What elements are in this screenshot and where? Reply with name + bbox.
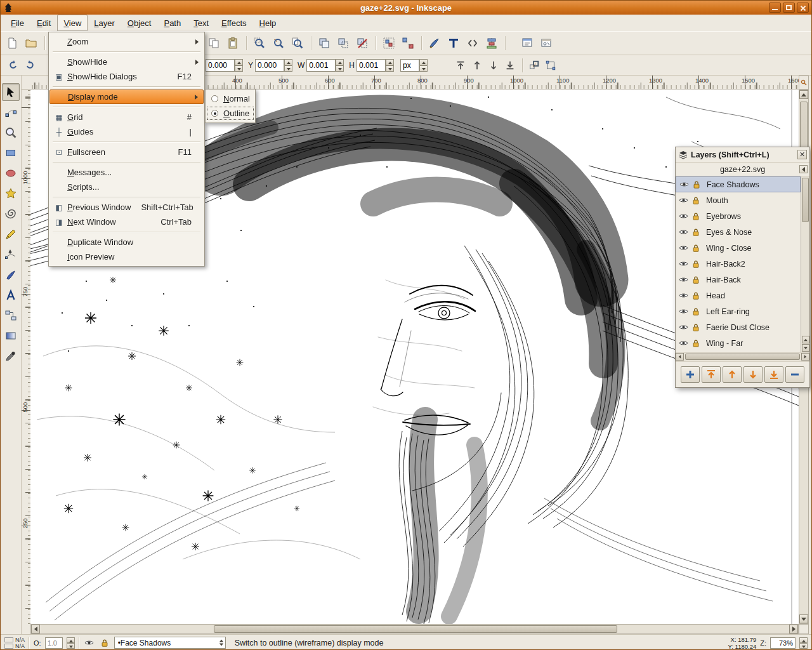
layers-dialog-header[interactable]: Layers (Shift+Ctrl+L) bbox=[676, 147, 809, 162]
align-distribute-button[interactable] bbox=[483, 34, 501, 52]
layer-visibility-toggle[interactable] bbox=[677, 306, 690, 317]
open-document-button[interactable] bbox=[22, 34, 40, 52]
fill-stroke-indicator[interactable]: N/A N/A bbox=[4, 637, 25, 649]
menu-item[interactable]: ▣ Show/Hide Dialogs F12 bbox=[49, 69, 204, 84]
clone-button[interactable] bbox=[334, 34, 352, 52]
layers-dialog-close-button[interactable] bbox=[797, 150, 807, 159]
star-tool[interactable] bbox=[2, 185, 20, 202]
layers-scrollbar-thumb[interactable] bbox=[802, 178, 809, 222]
menu-item[interactable]: ⊡ Fullscreen F11 bbox=[49, 145, 204, 159]
zoom-spinner[interactable] bbox=[799, 637, 808, 649]
menubar-item[interactable]: Object bbox=[121, 15, 158, 31]
menu-item[interactable] bbox=[49, 84, 204, 90]
zoom-selection-button[interactable] bbox=[251, 34, 268, 52]
menu-item[interactable]: Zoom bbox=[49, 34, 204, 49]
layer-row[interactable]: Wing - Close bbox=[676, 240, 801, 256]
preferences-button[interactable] bbox=[537, 34, 555, 52]
delete-layer-button[interactable] bbox=[785, 366, 804, 383]
rectangle-tool[interactable] bbox=[2, 144, 20, 162]
layer-row[interactable]: Head bbox=[676, 288, 801, 303]
horizontal-scrollbar[interactable] bbox=[30, 624, 799, 634]
layer-visibility-toggle[interactable] bbox=[678, 179, 690, 190]
group-button[interactable] bbox=[380, 34, 398, 52]
opacity-field[interactable] bbox=[45, 637, 63, 649]
layer-visibility-toggle[interactable] bbox=[677, 290, 690, 302]
menubar-item[interactable]: Path bbox=[157, 15, 187, 31]
spin-down-icon[interactable] bbox=[235, 65, 243, 72]
document-properties-button[interactable] bbox=[518, 34, 536, 52]
layer-lock-toggle[interactable] bbox=[690, 227, 702, 238]
rotate-cw-button[interactable] bbox=[22, 58, 37, 73]
menu-item[interactable]: ◨ Next Window Ctrl+Tab bbox=[49, 215, 204, 229]
menubar-item[interactable]: Help bbox=[253, 15, 283, 31]
layer-lock-toggle[interactable] bbox=[690, 322, 702, 333]
pen-tool[interactable] bbox=[2, 246, 20, 263]
menu-item[interactable]: Messages... bbox=[49, 165, 204, 180]
h-field-spinner[interactable] bbox=[386, 59, 394, 72]
ellipse-tool[interactable] bbox=[2, 164, 20, 182]
spin-down-icon[interactable] bbox=[336, 65, 344, 72]
menubar-item[interactable]: Effects bbox=[215, 15, 253, 31]
layer-lock-toggle[interactable] bbox=[690, 258, 702, 270]
layer-row[interactable]: Faerie Dust Close bbox=[676, 319, 801, 335]
unit-selector[interactable] bbox=[400, 59, 428, 72]
menu-item[interactable]: Scripts... bbox=[49, 180, 204, 194]
h-field[interactable] bbox=[357, 59, 386, 72]
layer-visibility-toggle[interactable] bbox=[677, 338, 690, 349]
layer-row[interactable]: Face Shadows bbox=[676, 176, 801, 192]
submenu-item[interactable]: Outline bbox=[206, 106, 254, 121]
layers-scroll-right-button[interactable] bbox=[801, 353, 809, 361]
horizontal-scrollbar-thumb[interactable] bbox=[214, 625, 617, 633]
spin-up-icon[interactable] bbox=[799, 637, 808, 643]
lower-to-bottom-button[interactable] bbox=[502, 58, 518, 73]
menu-item[interactable]: Show/Hide bbox=[49, 55, 204, 69]
node-editor-tool[interactable] bbox=[2, 103, 20, 121]
layer-lock-toggle[interactable] bbox=[690, 290, 702, 302]
menu-item[interactable]: ◧ Previous Window Shift+Ctrl+Tab bbox=[49, 200, 204, 215]
duplicate-button[interactable] bbox=[315, 34, 333, 52]
layers-horizontal-scrollbar[interactable] bbox=[676, 353, 809, 362]
layer-lock-button[interactable] bbox=[99, 637, 110, 649]
menubar-item[interactable]: Layer bbox=[88, 15, 121, 31]
layer-visibility-toggle[interactable] bbox=[677, 274, 690, 286]
menu-item[interactable]: Icon Preview bbox=[49, 249, 204, 264]
layer-row[interactable]: Left Ear-ring bbox=[676, 303, 801, 319]
spin-down-icon[interactable] bbox=[67, 643, 75, 649]
stroke-swatch[interactable] bbox=[4, 644, 13, 649]
menu-item[interactable] bbox=[49, 139, 204, 145]
pencil-tool[interactable] bbox=[2, 225, 20, 243]
spin-down-icon[interactable] bbox=[284, 65, 292, 72]
zoom-tool[interactable] bbox=[2, 124, 20, 142]
calligraphy-tool[interactable] bbox=[2, 266, 20, 284]
layer-visibility-toggle[interactable] bbox=[677, 211, 690, 222]
w-field-spinner[interactable] bbox=[336, 59, 344, 72]
menubar-item[interactable]: View bbox=[57, 15, 88, 31]
layer-row[interactable]: Hair-Back2 bbox=[676, 256, 801, 272]
minimize-button[interactable] bbox=[769, 3, 781, 13]
lower-layer-to-bottom-button[interactable] bbox=[764, 366, 783, 383]
zoom-field[interactable] bbox=[770, 637, 796, 649]
dropper-tool[interactable] bbox=[2, 347, 20, 365]
transform-corners-toggle[interactable] bbox=[543, 58, 558, 73]
layer-row[interactable]: Eyebrows bbox=[676, 208, 801, 224]
lower-button[interactable] bbox=[486, 58, 501, 73]
new-document-button[interactable] bbox=[3, 34, 21, 52]
scroll-down-button[interactable] bbox=[799, 614, 808, 623]
w-field[interactable] bbox=[306, 59, 336, 72]
rotate-ccw-button[interactable] bbox=[6, 58, 21, 73]
layer-visibility-button[interactable] bbox=[84, 637, 95, 649]
spin-up-icon[interactable] bbox=[235, 59, 243, 65]
copy-button[interactable] bbox=[205, 34, 223, 52]
layers-scroll-up-button[interactable] bbox=[802, 336, 809, 343]
layer-lock-toggle[interactable] bbox=[690, 179, 703, 190]
submenu-item[interactable]: Normal bbox=[206, 91, 254, 106]
paste-button[interactable] bbox=[224, 34, 242, 52]
layer-visibility-toggle[interactable] bbox=[677, 258, 690, 270]
layer-row[interactable]: Hair-Back bbox=[676, 272, 801, 288]
menu-item[interactable] bbox=[49, 104, 204, 110]
unit-spinner[interactable] bbox=[419, 59, 428, 72]
layer-row[interactable]: Wing - Far bbox=[676, 335, 801, 351]
layers-hscrollbar-thumb[interactable] bbox=[685, 354, 800, 360]
scroll-up-button[interactable] bbox=[799, 90, 808, 99]
selector-tool[interactable] bbox=[2, 83, 20, 101]
